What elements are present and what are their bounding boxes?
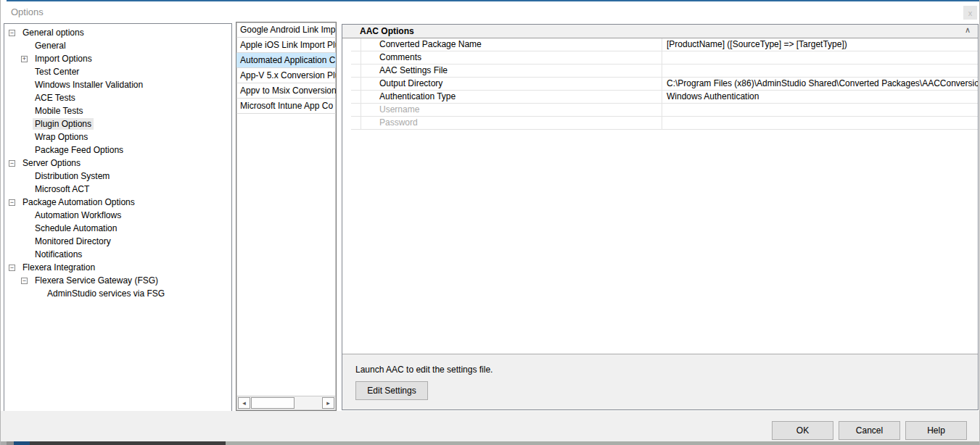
tree-item[interactable]: Test Center	[4, 65, 231, 78]
panel-title: AAC Options	[360, 26, 414, 36]
property-row-gutter	[351, 91, 361, 103]
options-dialog: Options x −General optionsGeneral+Import…	[0, 0, 980, 445]
tree-item-label: ACE Tests	[33, 92, 78, 104]
property-value[interactable]: Windows Authentication	[662, 91, 978, 103]
tree-item-label: Plugin Options	[33, 118, 94, 130]
tree-item[interactable]: General	[4, 39, 231, 52]
dialog-footer: OK Cancel Help	[1, 411, 979, 441]
scroll-left-button[interactable]: ◂	[238, 397, 250, 409]
tree-collapse-icon[interactable]: −	[9, 160, 15, 167]
property-row: Username	[351, 104, 978, 117]
property-name: Password	[361, 117, 662, 129]
tree-collapse-icon[interactable]: −	[21, 278, 28, 284]
plugin-list-item[interactable]: Google Android Link Imp	[236, 22, 336, 38]
horizontal-scrollbar[interactable]: ◂ ▸	[237, 396, 335, 409]
panel-header: AAC Options ∧	[342, 25, 978, 38]
property-value[interactable]	[662, 65, 978, 77]
property-value[interactable]	[662, 104, 978, 116]
tree-item[interactable]: −Flexera Integration	[4, 261, 231, 274]
plugin-list: Google Android Link ImpApple iOS Link Im…	[236, 22, 337, 411]
property-row: Password	[351, 117, 978, 130]
property-row-gutter	[351, 78, 361, 90]
settings-note: Launch AAC to edit the settings file.	[355, 365, 493, 375]
tree-item[interactable]: Distribution System	[4, 170, 231, 183]
tree-item-label: Notifications	[33, 249, 84, 260]
property-name: Username	[361, 104, 662, 116]
tree-item[interactable]: Microsoft ACT	[4, 183, 231, 196]
tree-expand-icon[interactable]: +	[21, 56, 28, 62]
tree-item-label: Microsoft ACT	[33, 183, 91, 195]
edit-settings-button[interactable]: Edit Settings	[355, 381, 428, 400]
property-name: Comments	[361, 51, 662, 64]
tree-item-label: Package Automation Options	[20, 196, 137, 208]
tree-item[interactable]: Notifications	[4, 248, 231, 261]
tree-item[interactable]: −General options	[4, 26, 231, 39]
plugin-list-item[interactable]: Microsoft Intune App Co	[236, 99, 336, 114]
tree-item[interactable]: Wrap Options	[4, 130, 231, 144]
taskbar-segment	[7, 441, 14, 445]
tree-item-label: Package Feed Options	[33, 144, 125, 156]
tree-collapse-icon[interactable]: −	[9, 199, 15, 206]
taskbar-app-accent	[14, 441, 30, 445]
tree-item-label: Distribution System	[33, 170, 112, 182]
property-value[interactable]: [ProductName] ([SourceType] => [TargetTy…	[662, 38, 978, 51]
scroll-right-icon: ▸	[326, 399, 330, 407]
tree-item-label: Server Options	[20, 157, 83, 169]
property-row-gutter	[351, 65, 361, 77]
plugin-list-item[interactable]: Automated Application C	[236, 53, 336, 68]
tree-item-label: Test Center	[33, 66, 81, 78]
property-value[interactable]	[662, 51, 978, 64]
tree-item[interactable]: AdminStudio services via FSG	[4, 287, 231, 300]
tree-item[interactable]: Windows Installer Validation	[4, 78, 231, 91]
tree-item[interactable]: Automation Workflows	[4, 209, 231, 222]
help-button[interactable]: Help	[905, 421, 967, 440]
tree-item[interactable]: −Flexera Service Gateway (FSG)	[4, 274, 231, 287]
scrollbar-thumb[interactable]	[251, 397, 295, 409]
property-row: Output DirectoryC:\Program Files (x86)\A…	[351, 78, 978, 91]
tree-item[interactable]: −Server Options	[4, 157, 231, 170]
options-tree: −General optionsGeneral+Import OptionsTe…	[4, 23, 232, 412]
scroll-right-button[interactable]: ▸	[322, 397, 334, 409]
window-title: Options	[11, 7, 44, 17]
tree-item[interactable]: +Import Options	[4, 52, 231, 65]
tree-item[interactable]: Monitored Directory	[4, 235, 231, 248]
panel-bottom: Launch AAC to edit the settings file. Ed…	[342, 354, 978, 409]
titlebar: Options x	[1, 1, 979, 22]
tree-item-label: Windows Installer Validation	[33, 79, 145, 91]
tree-item-label: Import Options	[33, 53, 94, 65]
plugin-list-item[interactable]: Apple iOS Link Import Plu	[236, 38, 336, 53]
property-row-gutter	[351, 117, 361, 129]
property-value[interactable]	[662, 117, 978, 129]
property-name: Output Directory	[361, 78, 662, 90]
close-icon: x	[968, 9, 973, 17]
ok-button[interactable]: OK	[772, 421, 833, 440]
close-button[interactable]: x	[963, 6, 977, 20]
tree-item-label: Automation Workflows	[33, 209, 123, 221]
tree-item-label: Flexera Service Gateway (FSG)	[33, 275, 160, 286]
plugin-list-item[interactable]: Appv to Msix Conversion	[236, 83, 336, 99]
property-grid: Converted Package Name[ProductName] ([So…	[351, 38, 978, 130]
tree-collapse-icon[interactable]: −	[9, 30, 15, 36]
cancel-button[interactable]: Cancel	[839, 421, 900, 440]
tree-item-label: Schedule Automation	[33, 222, 119, 234]
property-name: Converted Package Name	[361, 38, 662, 51]
taskbar-segment	[1, 441, 7, 445]
tree-collapse-icon[interactable]: −	[9, 265, 15, 271]
tree-item[interactable]: ACE Tests	[4, 91, 231, 104]
property-row: AAC Settings File	[351, 65, 978, 78]
plugin-list-items: Google Android Link ImpApple iOS Link Im…	[236, 22, 336, 114]
plugin-list-item[interactable]: App-V 5.x Conversion Plu	[236, 68, 336, 83]
tree-item[interactable]: −Package Automation Options	[4, 196, 231, 209]
scroll-left-icon: ◂	[242, 399, 246, 407]
tree-item-label: General options	[20, 27, 86, 38]
property-value[interactable]: C:\Program Files (x86)\AdminStudio Share…	[662, 78, 978, 90]
collapse-icon[interactable]: ∧	[965, 25, 971, 35]
tree-item[interactable]: Schedule Automation	[4, 222, 231, 235]
tree-item[interactable]: Mobile Tests	[4, 104, 231, 117]
tree-item-label: Wrap Options	[33, 131, 90, 143]
aac-options-panel: AAC Options ∧ Converted Package Name[Pro…	[342, 24, 979, 410]
property-name: Authentication Type	[361, 91, 662, 103]
tree-item[interactable]: Plugin Options	[4, 117, 231, 130]
property-row-gutter	[351, 38, 361, 51]
tree-item[interactable]: Package Feed Options	[4, 144, 231, 157]
